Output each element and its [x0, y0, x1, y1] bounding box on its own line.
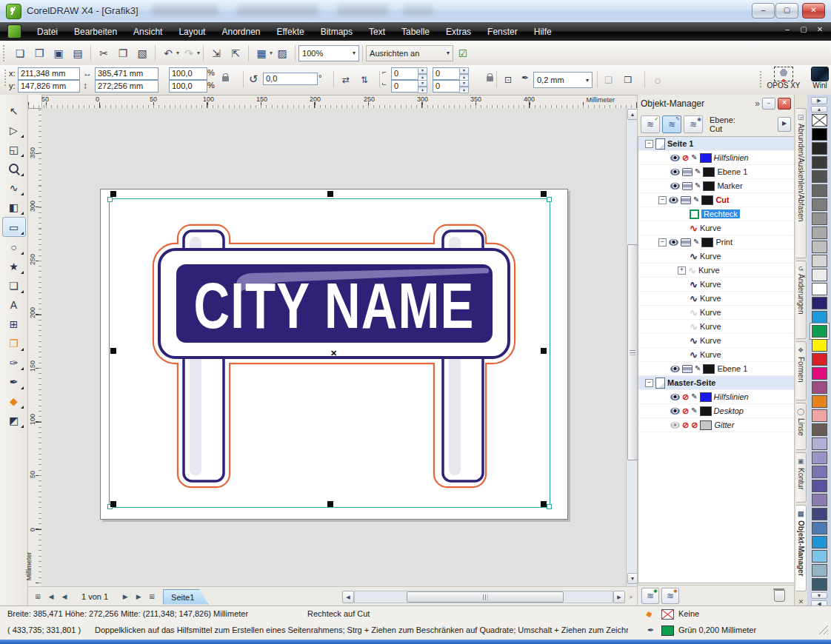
docker-tab-abrunden-auskehlen-abfasen[interactable]: ◲Abrunden/Auskehlen/Abfasen [796, 108, 807, 258]
object-item[interactable]: ∿Kurve [638, 320, 794, 334]
color-swatch[interactable] [812, 212, 827, 225]
color-swatch[interactable] [812, 522, 827, 534]
selection-handle-n[interactable] [327, 191, 333, 197]
previous-page-button[interactable]: ◀ [58, 590, 71, 603]
docker-close-button[interactable]: ✕ [778, 98, 791, 110]
save-button[interactable]: ▣ [49, 44, 68, 62]
menu-item-bearbeiten[interactable]: Bearbeiten [66, 24, 125, 40]
zoom-navigator-button[interactable]: ⌕ [624, 590, 638, 603]
eye-icon[interactable] [669, 197, 678, 204]
open-button[interactable]: ❒ [30, 44, 49, 62]
no-print-icon[interactable]: ⊘ [691, 421, 698, 429]
eye-icon[interactable] [670, 155, 680, 161]
expander-toggle[interactable]: + [678, 266, 686, 275]
docker-tab-objekt-manager[interactable]: ▤Objekt-Manager [796, 505, 807, 591]
eye-icon[interactable] [670, 183, 680, 189]
eye-icon[interactable] [669, 239, 678, 246]
color-swatch[interactable] [812, 339, 827, 352]
corner-radius-bottom2-spinner[interactable]: ▾▾ [459, 80, 469, 93]
color-swatch[interactable] [812, 353, 827, 366]
menu-item-layout[interactable]: Layout [170, 24, 213, 40]
no-print-icon[interactable]: ⊘ [682, 421, 689, 429]
layer-item[interactable]: ⊘✎Hilfslinien [638, 151, 794, 165]
scroll-down-button[interactable]: ▼ [627, 573, 638, 584]
undo-button[interactable]: ↶ [158, 44, 178, 62]
color-swatch[interactable] [812, 578, 827, 591]
color-swatch[interactable] [812, 241, 827, 253]
copy-button[interactable]: ❐ [113, 44, 133, 62]
selection-handle-w[interactable] [110, 348, 116, 354]
shape-tool[interactable]: ▷ [3, 121, 25, 139]
zoom-level-combo[interactable]: 100%▾ [298, 45, 359, 61]
page-tab-seite1[interactable]: Seite1 [163, 589, 208, 605]
selection-center-marker[interactable]: ✕ [330, 349, 337, 358]
corner-lock-icon[interactable] [487, 76, 493, 81]
layer-color-swatch[interactable] [700, 153, 712, 163]
outline-color-swatch[interactable] [661, 625, 674, 636]
win-plugin-button[interactable]: Winl [809, 67, 831, 90]
color-swatch[interactable] [812, 381, 827, 394]
expander-toggle[interactable]: − [658, 238, 667, 246]
no-print-icon[interactable]: ⊘ [682, 407, 689, 415]
scroll-left-button[interactable]: ◀ [342, 591, 354, 603]
page-item[interactable]: −Master-Seite [638, 376, 794, 390]
menu-item-tabelle[interactable]: Tabelle [393, 24, 438, 40]
pencil-icon[interactable]: ✎ [693, 238, 699, 246]
layer-item[interactable]: ✎Ebene 1 [638, 165, 794, 179]
corner-radius-top2-field[interactable]: 0 [433, 67, 461, 80]
smart-fill-tool[interactable]: ◧ [3, 198, 25, 216]
selection-bounds[interactable] [109, 198, 550, 508]
corner-radius-bottom-spinner[interactable]: ▾▾ [418, 80, 427, 93]
menu-item-ansicht[interactable]: Ansicht [125, 24, 170, 40]
expander-toggle[interactable]: − [658, 196, 667, 204]
drawing-canvas[interactable]: CITY NAME ✕ [41, 108, 626, 586]
vertical-scrollbar[interactable]: ▲ ▼ [626, 108, 638, 586]
selection-handle-nw[interactable] [110, 191, 116, 197]
pencil-icon[interactable]: ✎ [695, 182, 701, 189]
printer-icon[interactable] [682, 168, 692, 176]
docker-minimize-button[interactable]: – [762, 98, 775, 110]
options-button[interactable]: ☑ [453, 44, 473, 62]
menu-item-fenster[interactable]: Fenster [479, 24, 526, 40]
horizontal-scrollbar[interactable] [354, 591, 613, 603]
object-item[interactable]: ∿Kurve [638, 221, 794, 235]
object-height-field[interactable]: 272,256 mm [95, 80, 158, 93]
eye-icon[interactable] [670, 422, 680, 429]
layer-color-swatch[interactable] [700, 420, 712, 430]
docker-tab-linse[interactable]: ◯Linse [796, 403, 807, 450]
layer-color-swatch[interactable] [701, 195, 713, 205]
export-button[interactable]: ⇱ [226, 44, 245, 62]
outline-width-combo[interactable]: 0,2 mm▾ [533, 72, 593, 88]
new-layer-button[interactable]: ≋✱ [641, 588, 659, 604]
color-swatch[interactable] [812, 395, 827, 408]
basic-shapes-tool[interactable]: ❏ [3, 276, 25, 295]
corel-online-button[interactable]: ▨ [273, 44, 292, 62]
import-button[interactable]: ⇲ [207, 44, 226, 62]
palette-scroll-up-button[interactable]: ▲ [811, 106, 827, 113]
outline-pen-tool[interactable]: ✒ [3, 372, 25, 391]
object-item[interactable]: ∿Kurve [638, 334, 794, 348]
docker-tabs-close-button[interactable]: ✕ [798, 598, 804, 606]
cut-button[interactable]: ✂ [94, 44, 113, 62]
docker-tab-formen[interactable]: ❖Formen [796, 341, 807, 400]
text-tool[interactable]: A [3, 295, 25, 314]
horizontal-scroll-thumb[interactable] [407, 591, 564, 603]
palette-scroll-down-button[interactable]: ▼ [811, 592, 827, 599]
ellipse-tool[interactable]: ○ [3, 238, 25, 256]
color-swatch[interactable] [812, 409, 827, 422]
add-page-start-button[interactable]: ⊞ [31, 590, 44, 603]
color-swatch[interactable] [812, 423, 827, 436]
scroll-up-button[interactable]: ▲ [627, 109, 638, 120]
layer-color-swatch[interactable] [703, 364, 715, 374]
layer-item[interactable]: −✎Print [638, 235, 794, 249]
application-launcher-button[interactable]: ▦ [252, 44, 271, 62]
color-swatch[interactable] [812, 255, 827, 267]
layer-manager-view-button[interactable]: ≋◉ [684, 115, 703, 133]
corner-radius-top-field[interactable]: 0 [391, 67, 419, 80]
selection-handle-sw[interactable] [110, 501, 116, 507]
layer-color-swatch[interactable] [703, 167, 715, 177]
menu-item-bitmaps[interactable]: Bitmaps [313, 24, 361, 40]
y-position-field[interactable]: 147,826 mm [18, 80, 80, 93]
printer-icon[interactable] [682, 365, 692, 373]
scroll-right-button[interactable]: ▶ [613, 591, 625, 603]
